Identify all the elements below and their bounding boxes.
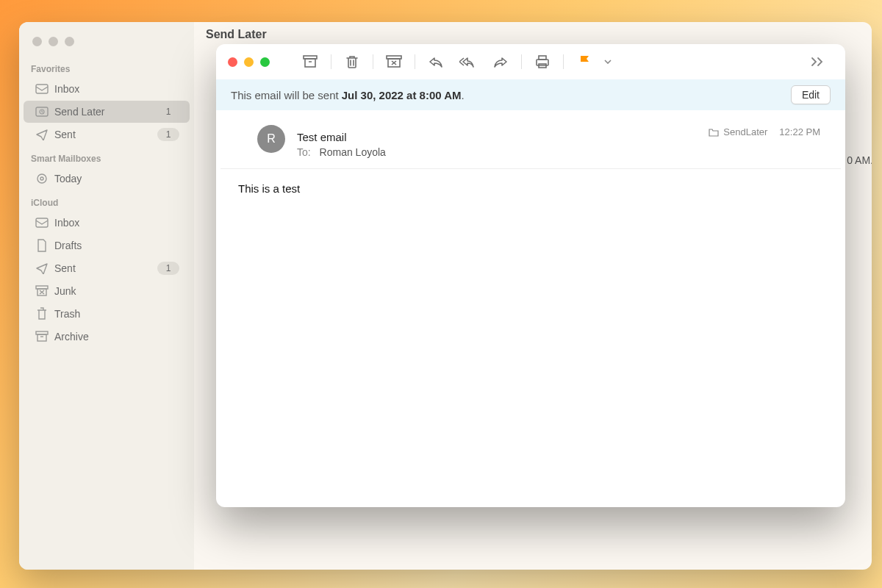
message-time: 12:22 PM — [779, 126, 820, 137]
sidebar-item-label: Inbox — [54, 217, 179, 229]
svg-point-4 — [40, 177, 43, 180]
sidebar-item-today[interactable]: Today — [24, 168, 190, 190]
sidebar-item-drafts[interactable]: Drafts — [24, 234, 190, 257]
sidebar-item-label: Junk — [54, 285, 179, 297]
toolbar-divider — [521, 54, 522, 69]
archive-icon — [34, 331, 50, 343]
junk-button[interactable] — [378, 49, 410, 74]
sidebar-item-inbox[interactable]: Inbox — [24, 78, 190, 100]
folder-icon — [709, 128, 719, 137]
toolbar-divider — [373, 54, 373, 69]
sent-icon — [34, 129, 50, 140]
sidebar: FavoritesInboxSend Later1Sent1Smart Mail… — [19, 22, 194, 570]
sidebar-item-label: Drafts — [54, 240, 179, 251]
mailbox-tag-label: SendLater — [723, 126, 767, 137]
trash-button[interactable] — [336, 49, 368, 74]
svg-rect-15 — [305, 59, 315, 67]
inbox-icon — [34, 84, 50, 94]
sidebar-item-badge: 1 — [157, 262, 179, 275]
svg-rect-0 — [36, 85, 48, 93]
to-value: Roman Loyola — [320, 146, 386, 158]
sidebar-item-trash[interactable]: Trash — [24, 303, 190, 325]
zoom-dot-inactive[interactable] — [65, 37, 74, 46]
recipient-line: To: Roman Loyola — [297, 146, 709, 158]
mailbox-title: Send Later — [194, 22, 872, 47]
sidebar-section-label: Favorites — [19, 57, 194, 77]
sidebar-item-inbox[interactable]: Inbox — [24, 212, 190, 234]
svg-rect-5 — [36, 218, 48, 227]
mailbox-tag[interactable]: SendLater — [709, 126, 767, 137]
to-label: To: — [297, 146, 311, 158]
archive-button[interactable] — [294, 49, 326, 74]
svg-rect-9 — [37, 334, 46, 341]
message-toolbar — [216, 44, 845, 79]
sidebar-item-archive[interactable]: Archive — [24, 326, 190, 348]
svg-point-3 — [37, 174, 46, 183]
sidebar-item-label: Send Later — [54, 106, 157, 118]
toolbar-divider — [563, 54, 564, 69]
sidebar-item-label: Today — [54, 173, 179, 184]
send-later-banner: This email will be sent Jul 30, 2022 at … — [216, 79, 845, 110]
sidebar-item-send-later[interactable]: Send Later1 — [24, 101, 190, 123]
sidebar-item-label: Inbox — [54, 83, 179, 95]
sidebar-item-badge: 1 — [157, 105, 179, 118]
sender-avatar: R — [257, 125, 285, 153]
toolbar-divider — [331, 54, 331, 69]
sidebar-item-badge: 1 — [157, 128, 179, 141]
sidebar-section-label: Smart Mailboxes — [19, 146, 194, 167]
toolbar-divider — [415, 54, 415, 69]
print-button[interactable] — [526, 49, 559, 74]
junk-icon — [34, 285, 50, 297]
message-viewer-window: This email will be sent Jul 30, 2022 at … — [216, 44, 845, 507]
forward-button[interactable] — [484, 49, 517, 74]
background-traffic-lights — [19, 28, 194, 57]
banner-prefix-text: This email will be sent — [231, 89, 339, 101]
message-subject: Test email — [297, 131, 709, 143]
sidebar-item-label: Trash — [54, 308, 179, 320]
banner-suffix-text: . — [462, 89, 465, 101]
sidebar-item-junk[interactable]: Junk — [24, 280, 190, 302]
flag-dropdown[interactable] — [600, 49, 615, 74]
bg-schedule-fragment: 0 AM. — [847, 154, 872, 166]
message-header: R Test email To: Roman Loyola SendLater … — [220, 110, 841, 169]
banner-date-text: Jul 30, 2022 at 8:00 AM — [342, 89, 462, 101]
reply-button[interactable] — [420, 49, 452, 74]
toolbar-overflow-button[interactable] — [801, 49, 833, 74]
sent-icon — [34, 262, 50, 274]
clock-icon — [34, 107, 50, 117]
sidebar-item-label: Archive — [54, 331, 179, 343]
avatar-initial: R — [267, 132, 276, 146]
sidebar-item-label: Sent — [54, 262, 157, 274]
zoom-button[interactable] — [260, 57, 270, 67]
close-button[interactable] — [228, 57, 237, 67]
trash-icon — [34, 307, 50, 320]
sidebar-item-label: Sent — [54, 129, 157, 140]
gear-icon — [34, 172, 50, 185]
minimize-dot-inactive[interactable] — [49, 37, 58, 46]
inbox-icon — [34, 218, 50, 228]
message-body: This is a test — [216, 169, 845, 208]
doc-icon — [34, 239, 50, 252]
edit-schedule-button[interactable]: Edit — [791, 85, 831, 104]
minimize-button[interactable] — [244, 57, 254, 67]
sidebar-section-label: iCloud — [19, 190, 194, 211]
sidebar-item-sent[interactable]: Sent1 — [24, 123, 190, 146]
reply-all-button[interactable] — [452, 49, 484, 74]
mailbox-title-text: Send Later — [206, 28, 267, 41]
close-dot-inactive[interactable] — [32, 37, 42, 46]
flag-button[interactable] — [568, 49, 600, 74]
sidebar-item-sent[interactable]: Sent1 — [24, 257, 190, 279]
